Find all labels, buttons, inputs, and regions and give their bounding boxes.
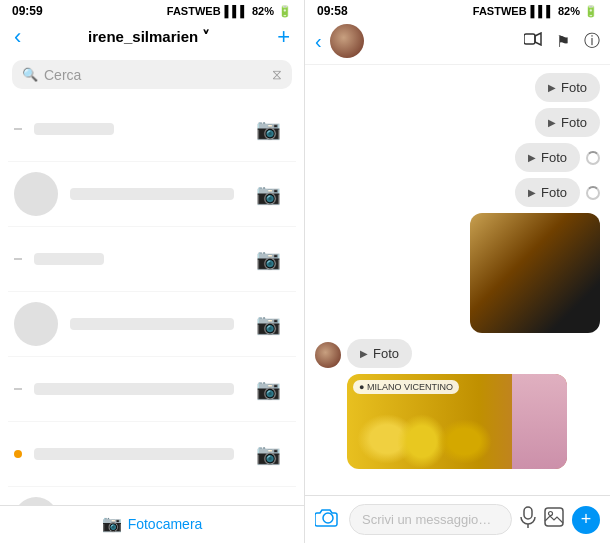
flag-icon[interactable]: ⚑ [556,32,570,51]
right-carrier: FASTWEB [473,5,527,17]
svg-point-6 [549,512,553,516]
gallery-button[interactable] [544,507,564,532]
camera-icon: 📷 [246,497,290,505]
play-icon: ▶ [548,82,556,93]
right-status-bar: 09:58 FASTWEB ▌▌▌ 82% 🔋 [305,0,610,20]
message-sent-4: ▶ Foto [315,178,600,207]
chevron-down-icon: ˅ [202,28,210,45]
loading-spinner [586,186,600,200]
svg-rect-3 [524,507,532,519]
message-bubble: ▶ Foto [535,108,600,137]
camera-icon: 📷 [246,432,290,476]
right-time: 09:58 [317,4,348,18]
left-carrier: FASTWEB [167,5,221,17]
list-item-avatar [14,302,58,346]
search-icon: 🔍 [22,67,38,82]
list-item[interactable]: 📷 [8,227,296,292]
camera-button[interactable] [315,506,341,534]
left-header: ‹ irene_silmarien ˅ + [0,20,304,56]
list-item-text [34,123,114,135]
left-status-bar: 09:59 FASTWEB ▌▌▌ 82% 🔋 [0,0,304,20]
left-back-button[interactable]: ‹ [14,24,21,50]
plus-button[interactable]: + [572,506,600,534]
svg-rect-5 [545,508,563,526]
video-call-icon[interactable] [524,32,542,50]
list-item-text [34,383,234,395]
left-signal-icon: ▌▌▌ [225,5,248,17]
right-battery: 82% [558,5,580,17]
left-battery: 82% [252,5,274,17]
message-sent-1: ▶ Foto [315,73,600,102]
info-icon[interactable]: ⓘ [584,31,600,52]
list-item-dash [14,258,22,260]
list-item-dash [14,388,22,390]
message-label: Foto [541,185,567,200]
message-photo-sent [315,213,600,333]
right-back-button[interactable]: ‹ [315,30,322,53]
message-sent-2: ▶ Foto [315,108,600,137]
list-item[interactable]: 📷 [8,422,296,487]
play-icon: ▶ [548,117,556,128]
mic-button[interactable] [520,506,536,533]
list-item-text [34,448,234,460]
left-plus-button[interactable]: + [277,24,290,50]
search-input[interactable] [44,67,266,83]
received-avatar [315,342,341,368]
right-profile-avatar[interactable] [330,24,364,58]
left-search-bar: 🔍 ⧖ [0,56,304,97]
right-header: ‹ ⚑ ⓘ [305,20,610,65]
right-messages: ▶ Foto ▶ Foto ▶ Foto ▶ Foto [305,65,610,495]
message-input[interactable]: Scrivi un messaggio… [349,504,512,535]
message-received-foto: ▶ Foto [315,339,600,368]
right-panel: 09:58 FASTWEB ▌▌▌ 82% 🔋 ‹ ⚑ ⓘ ▶ Foto [305,0,610,543]
message-bubble: ▶ Foto [535,73,600,102]
left-conversation-list: 📷 📷 📷 📷 📷 📷 [0,97,304,505]
location-tag: ● MILANO VICENTINO [353,380,459,394]
list-item-avatar [14,497,58,505]
svg-marker-1 [535,33,541,45]
camera-icon: 📷 [246,237,290,281]
message-bubble: ▶ Foto [515,143,580,172]
list-item[interactable]: 📷 [8,487,296,505]
play-icon: ▶ [528,152,536,163]
photo-image-flowers: ● MILANO VICENTINO [347,374,567,469]
right-footer: Scrivi un messaggio… + [305,495,610,543]
camera-icon: 📷 [246,302,290,346]
list-item[interactable]: 📷 [8,162,296,227]
left-panel: 09:59 FASTWEB ▌▌▌ 82% 🔋 ‹ irene_silmarie… [0,0,305,543]
camera-icon: 📷 [246,367,290,411]
right-header-icons: ⚑ ⓘ [524,31,600,52]
message-photo-flowers: ● MILANO VICENTINO [315,374,600,469]
list-item[interactable]: 📷 [8,292,296,357]
building-section [512,374,567,469]
left-footer: 📷 Fotocamera [0,505,304,543]
message-label: Foto [561,80,587,95]
camera-icon: 📷 [246,107,290,151]
filter-icon[interactable]: ⧖ [272,66,282,83]
search-wrap: 🔍 ⧖ [12,60,292,89]
photo-image-dark [470,213,600,333]
message-bubble: ▶ Foto [515,178,580,207]
camera-footer-label[interactable]: Fotocamera [128,516,203,532]
list-item-text [70,318,234,330]
message-label: Foto [373,346,399,361]
camera-footer-icon: 📷 [102,514,122,533]
right-signal-icon: ▌▌▌ [531,5,554,17]
message-bubble: ▶ Foto [347,339,412,368]
list-item[interactable]: 📷 [8,357,296,422]
list-item-indicator [14,450,22,458]
message-label: Foto [541,150,567,165]
loading-spinner [586,151,600,165]
list-item-text [34,253,104,265]
camera-icon: 📷 [246,172,290,216]
svg-rect-0 [524,34,535,44]
right-status-icons: FASTWEB ▌▌▌ 82% 🔋 [473,5,598,18]
list-item-text [70,188,234,200]
play-icon: ▶ [528,187,536,198]
list-item-dash [14,128,22,130]
list-item-avatar [14,172,58,216]
list-item[interactable]: 📷 [8,97,296,162]
play-icon: ▶ [360,348,368,359]
flower-decor-3 [437,419,492,464]
left-time: 09:59 [12,4,43,18]
